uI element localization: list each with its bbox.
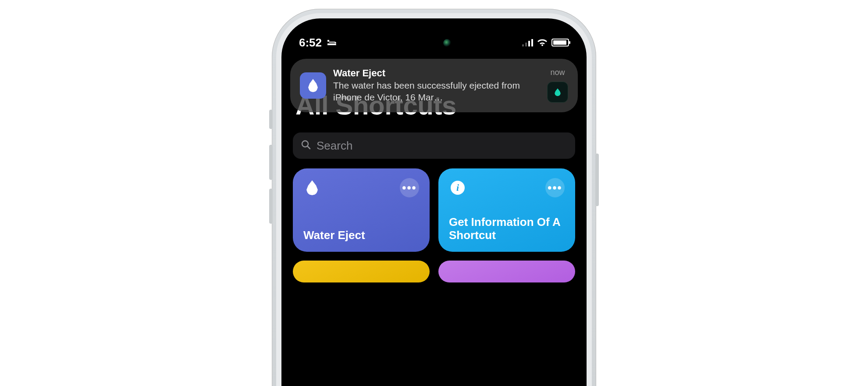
info-icon: i [449, 179, 466, 197]
stage: 6:52 [0, 0, 868, 386]
battery-icon [551, 39, 569, 46]
notification-attachment [547, 82, 568, 103]
shortcut-label: Get Information Of A Shortcut [449, 216, 565, 242]
volume-down-button[interactable] [269, 189, 273, 224]
shortcut-tile-water-eject[interactable]: ••• Water Eject [293, 168, 430, 252]
wifi-icon [537, 38, 548, 47]
shortcut-tile-get-info[interactable]: i ••• Get Information Of A Shortcut [438, 168, 575, 252]
drop-icon [555, 88, 561, 96]
clock: 6:52 [299, 36, 322, 50]
notification-app-icon [300, 72, 326, 99]
search-input[interactable] [317, 139, 567, 153]
volume-up-button[interactable] [269, 145, 273, 180]
shortcut-icon [303, 270, 321, 288]
search-icon [301, 139, 311, 152]
drop-icon [303, 179, 321, 197]
notification-message: The water has been successfully ejected … [333, 80, 540, 104]
notification-banner[interactable]: Water Eject The water has been successfu… [290, 59, 578, 112]
phone-frame: 6:52 [272, 9, 596, 386]
shortcut-label: Water Eject [303, 229, 419, 242]
status-bar: 6:52 [281, 32, 587, 54]
cellular-signal-icon [522, 39, 533, 46]
shortcut-icon [449, 270, 466, 288]
power-button[interactable] [595, 154, 599, 206]
svg-line-1 [307, 146, 310, 149]
more-button[interactable]: ••• [400, 178, 419, 197]
sleep-focus-icon [326, 38, 338, 47]
notification-title: Water Eject [333, 68, 540, 79]
search-bar[interactable] [293, 132, 575, 159]
shortcuts-grid: ••• Water Eject i ••• Get Information Of… [293, 168, 575, 282]
drop-icon [308, 79, 318, 92]
silent-switch[interactable] [269, 110, 273, 129]
shortcut-tile[interactable] [293, 261, 430, 282]
shortcut-tile[interactable] [438, 261, 575, 282]
screen: 6:52 [281, 18, 587, 386]
notification-timestamp: now [550, 68, 565, 77]
phone-bezel: 6:52 [276, 13, 592, 386]
more-button[interactable]: ••• [545, 178, 565, 197]
notification-body: Water Eject The water has been successfu… [333, 68, 540, 104]
